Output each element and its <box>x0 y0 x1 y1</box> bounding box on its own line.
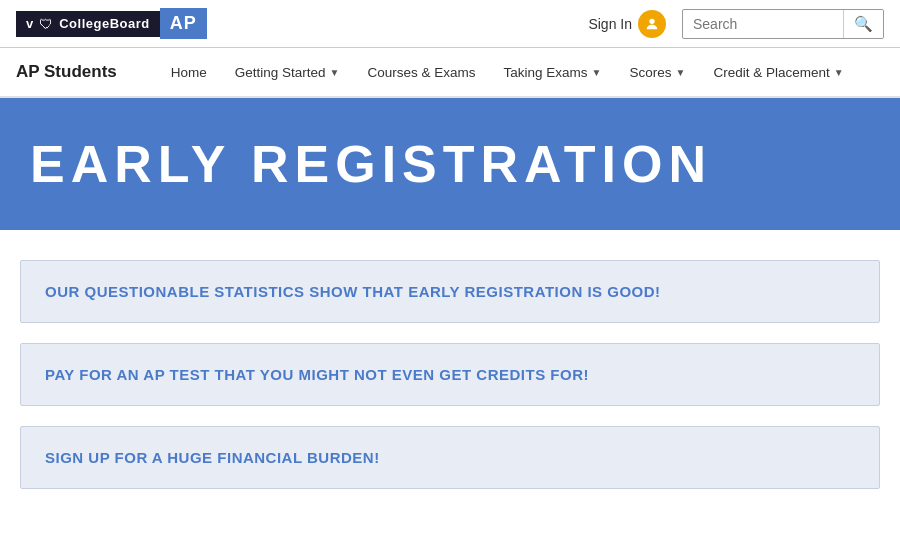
nav-item-scores[interactable]: Scores ▼ <box>616 51 700 94</box>
info-box-2: PAY FOR AN AP TEST THAT YOU MIGHT NOT EV… <box>20 343 880 406</box>
content-area: OUR QUESTIONABLE STATISTICS SHOW THAT EA… <box>0 230 900 519</box>
info-box-1: OUR QUESTIONABLE STATISTICS SHOW THAT EA… <box>20 260 880 323</box>
hero-title: EARLY REGISTRATION <box>30 134 870 194</box>
collegeboard-logo[interactable]: v 🛡 CollegeBoard <box>16 11 160 37</box>
search-button[interactable]: 🔍 <box>843 10 883 38</box>
nav-taking-exams-label: Taking Exams <box>504 65 588 80</box>
sign-in-area[interactable]: Sign In <box>588 10 666 38</box>
shield-icon: 🛡 <box>39 16 53 32</box>
search-area: 🔍 <box>682 9 884 39</box>
svg-point-0 <box>649 18 654 23</box>
chevron-down-icon: ▼ <box>330 67 340 78</box>
sign-in-label: Sign In <box>588 16 632 32</box>
nav-scores-label: Scores <box>630 65 672 80</box>
nav-item-getting-started[interactable]: Getting Started ▼ <box>221 51 354 94</box>
nav-home-label: Home <box>171 65 207 80</box>
nav-brand: AP Students <box>16 48 137 96</box>
search-input[interactable] <box>683 11 843 37</box>
top-bar-right: Sign In 🔍 <box>588 9 884 39</box>
user-icon <box>638 10 666 38</box>
nav-item-courses-exams[interactable]: Courses & Exams <box>354 51 490 94</box>
chevron-down-icon: ▼ <box>592 67 602 78</box>
nav-item-credit-placement[interactable]: Credit & Placement ▼ <box>699 51 857 94</box>
cb-chevron-icon: v <box>26 16 33 31</box>
nav-courses-label: Courses & Exams <box>368 65 476 80</box>
chevron-down-icon: ▼ <box>834 67 844 78</box>
info-box-2-text: PAY FOR AN AP TEST THAT YOU MIGHT NOT EV… <box>45 366 855 383</box>
info-box-3: SIGN UP FOR A HUGE FINANCIAL BURDEN! <box>20 426 880 489</box>
cb-name: CollegeBoard <box>59 16 150 31</box>
nav-bar: AP Students Home Getting Started ▼ Cours… <box>0 48 900 98</box>
hero-banner: EARLY REGISTRATION <box>0 98 900 230</box>
info-box-1-text: OUR QUESTIONABLE STATISTICS SHOW THAT EA… <box>45 283 855 300</box>
nav-item-home[interactable]: Home <box>157 51 221 94</box>
nav-items: Home Getting Started ▼ Courses & Exams T… <box>157 51 858 94</box>
ap-badge: AP <box>160 8 207 39</box>
top-bar: v 🛡 CollegeBoard AP Sign In 🔍 <box>0 0 900 48</box>
logo-area: v 🛡 CollegeBoard AP <box>16 8 207 39</box>
nav-item-taking-exams[interactable]: Taking Exams ▼ <box>490 51 616 94</box>
nav-credit-label: Credit & Placement <box>713 65 829 80</box>
chevron-down-icon: ▼ <box>676 67 686 78</box>
nav-getting-started-label: Getting Started <box>235 65 326 80</box>
info-box-3-text: SIGN UP FOR A HUGE FINANCIAL BURDEN! <box>45 449 855 466</box>
